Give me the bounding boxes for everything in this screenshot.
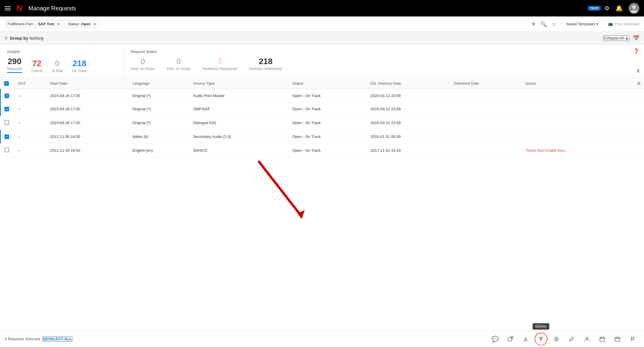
cell-language: Italian (it) [129, 130, 190, 144]
stat-critical-value: 72 [32, 59, 41, 68]
row-checkbox[interactable] [4, 107, 9, 111]
data-table-container: AVS Start Date Language Source Type Stat… [0, 78, 644, 347]
panel-collapse-button[interactable]: ∧ [633, 66, 644, 75]
selected-count-label: 3 Requests Selected [5, 337, 40, 341]
stat-at-risk[interactable]: 0 At Risk [52, 59, 63, 73]
calendar-view-icon[interactable]: 📅 [633, 35, 639, 41]
calendar-start-action-button[interactable] [596, 333, 609, 346]
cell-checkbox[interactable] [1, 116, 15, 130]
cell-source-type: OMF/AAF [190, 102, 289, 116]
filter-actions: ✕ 🔍 ☆ Saved Templates ▾ 📺 Post Schedule [531, 21, 639, 28]
group-by-label: Group by Nothing [10, 36, 603, 41]
stat-deliv-issues[interactable]: 0 Deliv. w/ Issues [131, 57, 155, 71]
cancel-action-button[interactable] [550, 333, 563, 346]
deselect-all-button[interactable]: DESELECT ALL [42, 336, 72, 342]
cell-status: Open - On Track [289, 130, 367, 144]
cell-est-delivery: 2018-01-31 06:59 [367, 130, 450, 144]
table-body: -- 2023-04-26 17:00 Original (*) Audio P… [1, 89, 644, 158]
assign-action-button[interactable] [580, 333, 593, 346]
cell-est-delivery: 2024-03-12 23:59 [367, 89, 450, 103]
download-action-button[interactable] [519, 333, 532, 346]
star-icon[interactable]: ☆ [552, 21, 556, 27]
stat-proc-issues-label: Proc. w/ Issues [167, 67, 190, 71]
cell-issues [522, 116, 634, 130]
collapse-all-button[interactable]: Collapse All ▲ [603, 35, 629, 41]
stat-at-risk-label: At Risk [52, 69, 63, 73]
cell-est-delivery: 2017-11-01 16:29 [367, 143, 450, 157]
th-avs[interactable]: AVS [15, 78, 47, 89]
th-columns-toggle[interactable]: ⊞ [634, 78, 644, 89]
cell-checkbox[interactable] [1, 130, 15, 144]
stat-requests-value: 290 [8, 57, 21, 66]
collapse-all-label: Collapse All [604, 36, 624, 40]
filter-tag-status-close[interactable]: ✕ [93, 22, 97, 26]
netflix-logo: N [16, 4, 22, 13]
edit-action-button[interactable] [565, 333, 578, 346]
help-icon[interactable]: ❓ [633, 48, 639, 55]
svg-point-1 [632, 5, 636, 9]
filter-tag-fulfillment-close[interactable]: ✕ [57, 22, 60, 26]
nav-icons: ⚙ 🔔 [604, 3, 639, 14]
filter-tag-status[interactable]: Status: Open ✕ [65, 20, 99, 28]
flag-action-button[interactable] [626, 333, 639, 346]
stat-deliv-issues-label: Deliv. w/ Issues [131, 67, 155, 71]
hamburger-menu[interactable] [5, 6, 11, 10]
avatar[interactable] [629, 3, 639, 14]
row-checkbox[interactable] [4, 120, 9, 125]
saved-templates-chevron: ▾ [596, 22, 598, 26]
cell-avs: -- [15, 143, 47, 157]
stat-critical[interactable]: 72 Critical [31, 59, 42, 73]
requests-table: AVS Start Date Language Source Type Stat… [0, 78, 644, 158]
filter-tag-status-value: Open [81, 22, 91, 26]
cell-avs: -- [15, 89, 47, 103]
select-all-checkbox[interactable] [4, 81, 9, 86]
message-action-button[interactable]: 💬 [489, 333, 502, 346]
cell-delivered-date [450, 89, 522, 103]
th-delivered-date[interactable]: Delivered Date [450, 78, 522, 89]
filter-tag-fulfillment[interactable]: Fulfillment Part… SAP Test ✕ [5, 20, 63, 28]
row-checkbox[interactable] [4, 148, 9, 152]
cell-checkbox[interactable] [1, 102, 15, 116]
table-row: -- 2012-11-30 16:00 Italian (it) Seconda… [1, 130, 644, 144]
th-issues[interactable]: Issues [522, 78, 634, 89]
cell-avs: -- [15, 116, 47, 130]
bell-icon[interactable]: 🔔 [615, 5, 623, 12]
stat-redelivery[interactable]: 0 Redelivery Requested [203, 57, 237, 71]
insights-title: Insights [7, 49, 116, 54]
calendar-end-action-button[interactable]: ▸ [611, 333, 624, 346]
th-checkbox[interactable] [1, 78, 15, 89]
th-start-date[interactable]: Start Date [47, 78, 129, 89]
external-link-action-button[interactable] [504, 333, 517, 346]
table-row: -- 2023-04-26 17:00 Original (*) OMF/AAF… [1, 102, 644, 116]
stat-proc-issues-value: 0 [176, 57, 181, 66]
post-schedule-button[interactable]: 📺 Post Schedule [608, 22, 639, 26]
search-icon[interactable]: 🔍 [540, 21, 547, 27]
th-status[interactable]: Status [289, 78, 367, 89]
cell-start-date: 2012-11-30 16:00 [47, 130, 129, 144]
saved-templates-button[interactable]: Saved Templates ▾ [566, 22, 599, 26]
row-checkbox[interactable] [4, 94, 9, 98]
stat-overdue[interactable]: 218 Overdue Undelivered [249, 57, 282, 71]
request-states-section: Request States 0 Deliv. w/ Issues 0 Proc… [124, 45, 644, 78]
stat-requests[interactable]: 290 Requests [7, 57, 22, 73]
cell-issues: Timed Text Invalid Sour… [522, 143, 634, 157]
cell-start-date: 2023-04-26 17:00 [47, 116, 129, 130]
stat-on-track-label: On Track [72, 69, 87, 73]
clear-filters-icon[interactable]: ✕ [531, 21, 536, 27]
cell-checkbox[interactable] [1, 143, 15, 157]
cell-est-delivery: 2024-03-12 23:59 [367, 116, 450, 130]
th-source-type[interactable]: Source Type [190, 78, 289, 89]
group-filter-icon[interactable]: ≡ [5, 36, 7, 41]
settings-icon[interactable]: ⚙ [604, 5, 610, 12]
cell-source-type: SDH/CC [190, 143, 289, 157]
th-est-delivery[interactable]: Est. Delivery Date [367, 78, 450, 89]
filter-tag-fulfillment-label: Fulfillment Part… [7, 22, 37, 26]
cell-checkbox[interactable] [1, 89, 15, 103]
row-checkbox[interactable] [4, 134, 9, 139]
stat-on-track[interactable]: 218 On Track [72, 59, 87, 73]
columns-toggle-icon[interactable]: ⊞ [637, 81, 640, 86]
th-language[interactable]: Language [129, 78, 190, 89]
stat-proc-issues[interactable]: 0 Proc. w/ Issues [167, 57, 190, 71]
deliver-action-button[interactable]: Deliver [535, 333, 547, 346]
filter-bar: Fulfillment Part… SAP Test ✕ Status: Ope… [0, 16, 644, 32]
